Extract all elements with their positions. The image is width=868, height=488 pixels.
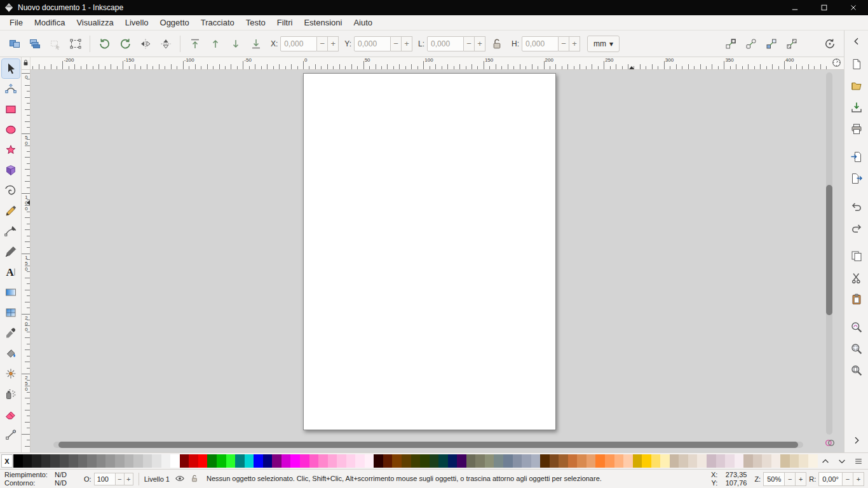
- layer-visibility-eye-icon[interactable]: [175, 473, 185, 485]
- ruler-corner[interactable]: [22, 57, 31, 69]
- palette-swatch[interactable]: [125, 454, 134, 468]
- palette-swatch[interactable]: [494, 454, 503, 468]
- palette-swatch[interactable]: [485, 454, 494, 468]
- palette-swatch[interactable]: [670, 454, 679, 468]
- canvas[interactable]: [31, 70, 844, 452]
- rotate-cw-button[interactable]: [116, 34, 134, 53]
- new-document-button[interactable]: [847, 55, 866, 74]
- palette-swatch[interactable]: [152, 454, 161, 468]
- palette-swatch[interactable]: [790, 454, 799, 468]
- move-patterns-toggle[interactable]: [782, 34, 801, 53]
- rotate-ccw-button[interactable]: [95, 34, 114, 53]
- palette-swatch[interactable]: [170, 454, 180, 468]
- maximize-button[interactable]: [810, 0, 839, 15]
- palette-swatch[interactable]: [753, 454, 763, 468]
- palette-swatch[interactable]: [355, 454, 365, 468]
- pencil-tool-button[interactable]: [2, 201, 20, 220]
- palette-swatch[interactable]: [318, 454, 328, 468]
- menu-item-aiuto[interactable]: Aiuto: [348, 15, 378, 30]
- palette-swatch[interactable]: [245, 454, 254, 468]
- palette-swatch[interactable]: [716, 454, 726, 468]
- palette-swatch[interactable]: [587, 454, 596, 468]
- zoom-value-box[interactable]: 50%: [763, 472, 785, 486]
- palette-swatch[interactable]: [41, 454, 51, 468]
- print-button[interactable]: [847, 119, 866, 139]
- palette-swatch[interactable]: [32, 454, 41, 468]
- zoom-decrement-button[interactable]: −: [785, 472, 796, 486]
- palette-swatch[interactable]: [50, 454, 60, 468]
- x-input[interactable]: [280, 36, 317, 51]
- palette-swatch[interactable]: [60, 454, 69, 468]
- palette-swatch[interactable]: [281, 454, 291, 468]
- menu-item-testo[interactable]: Testo: [240, 15, 271, 30]
- undo-button[interactable]: [847, 197, 866, 216]
- menu-item-visualizza[interactable]: Visualizza: [71, 15, 119, 30]
- flip-horizontal-button[interactable]: [136, 34, 154, 53]
- menu-item-file[interactable]: File: [4, 15, 29, 30]
- palette-menu-button[interactable]: [850, 454, 867, 468]
- color-management-button[interactable]: [824, 437, 836, 449]
- palette-swatch[interactable]: [115, 454, 125, 468]
- palette-swatch[interactable]: [383, 454, 393, 468]
- opacity-input[interactable]: [94, 473, 116, 485]
- palette-swatch[interactable]: [513, 454, 522, 468]
- width-increment-button[interactable]: +: [475, 36, 485, 51]
- y-input[interactable]: [354, 36, 391, 51]
- palette-swatch[interactable]: [420, 454, 430, 468]
- palette-swatch[interactable]: [799, 454, 808, 468]
- cut-button[interactable]: [847, 268, 866, 287]
- palette-swatch[interactable]: [97, 454, 106, 468]
- move-gradients-toggle[interactable]: [762, 34, 780, 53]
- palette-scroll-up-button[interactable]: [817, 454, 834, 468]
- palette-swatch[interactable]: [402, 454, 411, 468]
- palette-swatch[interactable]: [605, 454, 614, 468]
- vertical-scrollbar[interactable]: [826, 72, 832, 435]
- palette-swatch[interactable]: [550, 454, 559, 468]
- redo-button[interactable]: [847, 219, 866, 238]
- rotation-decrement-button[interactable]: −: [843, 472, 853, 486]
- palette-swatch[interactable]: [78, 454, 88, 468]
- raise-to-top-button[interactable]: [186, 34, 204, 53]
- palette-swatch[interactable]: [595, 454, 605, 468]
- palette-swatch[interactable]: [577, 454, 587, 468]
- menu-item-livello[interactable]: Livello: [119, 15, 154, 30]
- palette-swatch[interactable]: [697, 454, 707, 468]
- spiral-tool-button[interactable]: [2, 181, 20, 200]
- palette-swatch[interactable]: [105, 454, 115, 468]
- select-all-button[interactable]: [5, 34, 24, 53]
- star-tool-button[interactable]: [2, 140, 20, 159]
- palette-swatch[interactable]: [133, 454, 143, 468]
- save-document-button[interactable]: [847, 98, 866, 117]
- palette-swatch[interactable]: [568, 454, 578, 468]
- palette-swatch[interactable]: [503, 454, 513, 468]
- raise-button[interactable]: [206, 34, 224, 53]
- menu-item-filtri[interactable]: Filtri: [271, 15, 299, 30]
- palette-swatch[interactable]: [707, 454, 716, 468]
- flip-vertical-button[interactable]: [156, 34, 175, 53]
- selector-tool-button[interactable]: [2, 59, 20, 78]
- palette-swatch[interactable]: [438, 454, 448, 468]
- palette-swatch[interactable]: [392, 454, 402, 468]
- x-increment-button[interactable]: +: [328, 36, 339, 51]
- palette-scroll-down-button[interactable]: [834, 454, 850, 468]
- connector-tool-button[interactable]: [2, 425, 20, 444]
- palette-swatch[interactable]: [161, 454, 171, 468]
- palette-swatch[interactable]: [13, 454, 23, 468]
- deselect-button[interactable]: [46, 34, 64, 53]
- y-decrement-button[interactable]: −: [391, 36, 402, 51]
- palette-swatch[interactable]: [290, 454, 300, 468]
- tweak-tool-button[interactable]: [2, 364, 20, 383]
- width-decrement-button[interactable]: −: [464, 36, 475, 51]
- palette-swatch[interactable]: [198, 454, 208, 468]
- horizontal-scrollbar[interactable]: [53, 442, 803, 448]
- rectangle-tool-button[interactable]: [2, 100, 20, 119]
- menu-item-oggetto[interactable]: Oggetto: [154, 15, 195, 30]
- vertical-ruler[interactable]: 050100150200250: [22, 70, 31, 452]
- rotation-increment-button[interactable]: +: [853, 472, 864, 486]
- layer-selector[interactable]: Livello 1: [144, 475, 170, 483]
- palette-swatch[interactable]: [559, 454, 568, 468]
- menu-item-modifica[interactable]: Modifica: [29, 15, 71, 30]
- palette-swatch[interactable]: [411, 454, 421, 468]
- select-all-layers-button[interactable]: [25, 34, 44, 53]
- bezier-pen-tool-button[interactable]: [2, 222, 20, 241]
